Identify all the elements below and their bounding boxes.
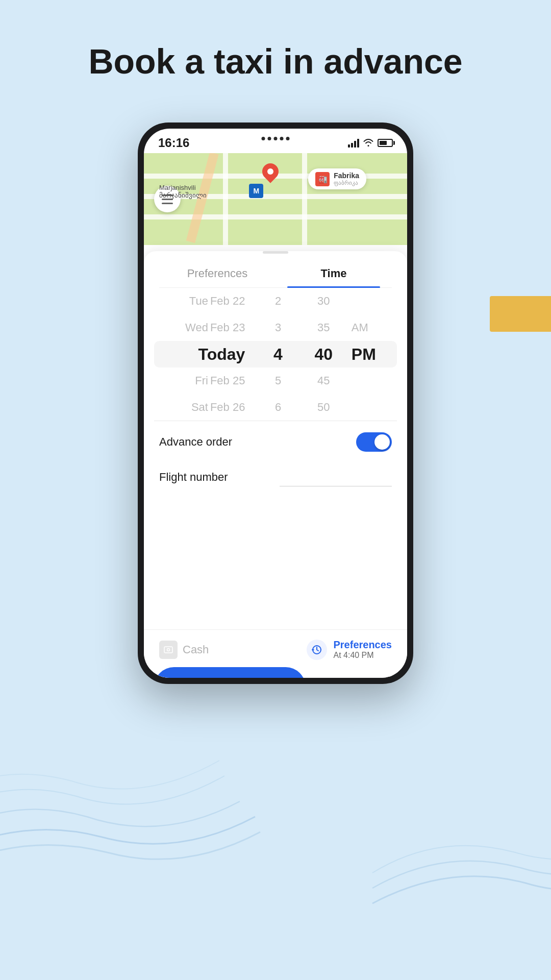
datetime-picker[interactable]: Tue Feb 22 Wed Feb 23 Today Fri Feb 25 S… [144,288,407,421]
hour-item-1: 3 [275,314,281,341]
hour-item-3: 5 [275,368,281,394]
advance-order-row: Advance order [144,421,407,463]
preferences-text: Preferences At 4:40 PM [333,639,392,660]
metro-label: M [254,187,260,195]
phone-screen: 16:16 [144,129,407,678]
preferences-summary[interactable]: Preferences At 4:40 PM [307,639,392,660]
battery-icon [378,139,393,147]
ampm-item-2: PM [352,341,376,368]
location-label: Marjanishvili მარჯანიშვილი [159,184,207,199]
location-name: Marjanishvili [159,184,207,191]
yellow-accent-bar [490,296,551,332]
tab-time[interactable]: Time [276,259,392,287]
sheet-handle [263,251,288,254]
date-item-0: Tue Feb 22 [189,288,245,314]
tab-preferences[interactable]: Preferences [159,259,276,287]
map-pin [262,163,279,180]
tab-bar: Preferences Time [159,259,392,288]
toggle-thumb [374,434,390,450]
svg-point-1 [167,648,170,651]
fabrika-icon: 🏭 [315,172,330,186]
pin-inner [267,168,273,175]
metro-badge: M [249,184,263,198]
cash-label: Cash [183,643,209,656]
dot1 [262,137,265,140]
dot2 [268,137,271,140]
date-item-1: Wed Feb 23 [185,314,245,341]
flight-number-label: Flight number [159,471,228,484]
date-item-2: Today [198,341,245,368]
flight-number-input[interactable] [280,468,392,486]
ampm-column: AM PM [346,288,397,421]
order-button[interactable]: ~3 GEL. Order [154,667,306,678]
svg-rect-0 [164,647,172,653]
preferences-label: Preferences [333,639,392,651]
content-spacer [144,497,407,629]
date-item-4: Sat Feb 26 [191,394,245,421]
menu-icon [162,203,173,204]
camera-notch [262,137,290,140]
minute-column: 30 35 40 45 50 [301,288,346,421]
decorative-waves-right [347,725,551,929]
fabrika-badge: 🏭 Fabrika ფაბრიკა [308,168,366,189]
location-name-geo: მარჯანიშვილი [159,191,207,199]
hour-item-2: 4 [273,341,283,368]
advance-order-label: Advance order [159,435,232,449]
advance-order-toggle[interactable] [356,432,392,452]
flight-number-row: Flight number [144,463,407,497]
fabrika-name: Fabrika [334,172,359,180]
hour-item-4: 6 [275,394,281,421]
minute-item-2: 40 [314,341,333,368]
dot4 [280,137,284,140]
preferences-time: At 4:40 PM [333,651,392,660]
dot3 [274,137,278,140]
bottom-sheet: Preferences Time Tue Feb 22 Wed [144,251,407,678]
pin-shape [259,160,282,183]
ampm-item-1: AM [352,314,368,341]
minute-item-3: 45 [317,368,330,394]
minute-item-1: 35 [317,314,330,341]
status-icons [348,138,393,148]
map-area: M Marjanishvili მარჯანიშვილი 🏭 Fabrika ფ… [144,153,407,245]
action-bar: Cash Preferences At 4:40 PM [144,629,407,667]
minute-item-4: 50 [317,394,330,421]
cash-icon [159,641,178,659]
hour-item-0: 2 [275,288,281,314]
dot5 [286,137,290,140]
payment-method[interactable]: Cash [159,641,209,659]
minute-item-0: 30 [317,288,330,314]
status-bar: 16:16 [144,129,407,153]
status-time: 16:16 [158,136,189,150]
date-column: Tue Feb 22 Wed Feb 23 Today Fri Feb 25 S… [154,288,255,421]
clock-dots-icon [311,644,323,656]
page-title: Book a taxi in advance [0,41,551,83]
hour-column: 2 3 4 5 6 [255,288,300,421]
date-item-3: Fri Feb 25 [195,368,245,394]
decorative-waves-left [0,674,281,878]
preferences-icon-wrap [307,640,327,660]
wifi-icon [363,139,373,147]
signal-icon [348,138,359,148]
fabrika-name-geo: ფაბრიკა [334,180,359,186]
svg-point-4 [312,649,313,650]
phone-device: 16:16 [138,122,413,684]
